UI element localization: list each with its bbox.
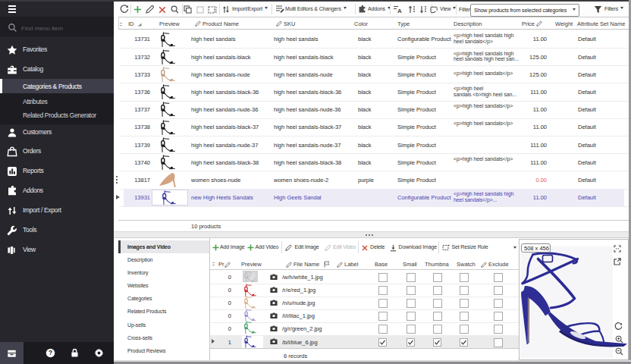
- svg-text:?: ?: [49, 349, 52, 356]
- svg-text:A: A: [397, 8, 402, 14]
